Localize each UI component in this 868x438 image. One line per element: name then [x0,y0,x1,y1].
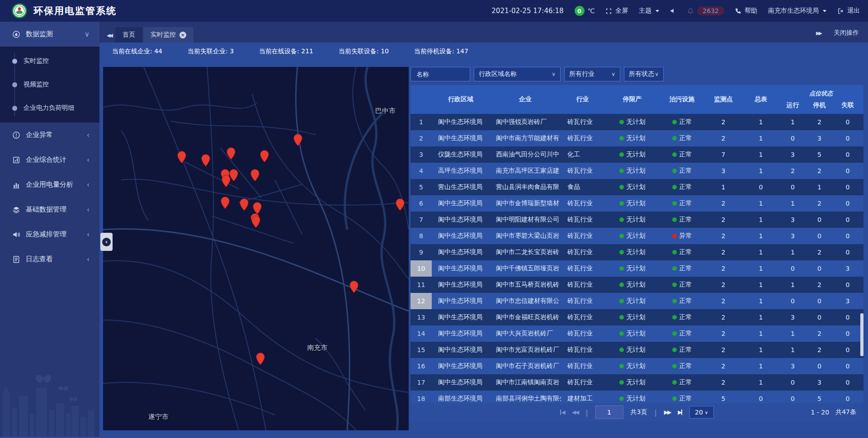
table-row[interactable]: 14 阆中生态环境局 阆中大兴页岩机砖厂 砖瓦行业 无计划 正常 2 1 1 2… [410,325,863,342]
map-pin[interactable] [250,169,260,182]
table-row[interactable]: 3 仪陇生态环境局 西南油气田分公司川中 化工 无计划 正常 7 1 3 5 0 [410,146,863,163]
map-pin[interactable] [252,202,262,214]
map-pin[interactable] [251,216,261,228]
next-page-button[interactable]: ▶▶ [664,409,670,415]
status-filter-select[interactable]: 所有状态 ∨ [624,67,664,81]
status-filter-value: 所有状态 [629,70,654,78]
map-collapse-button[interactable]: ‹ [100,233,113,251]
table-row[interactable]: 9 阆中生态环境局 阆中市二龙长宝页岩砖 砖瓦行业 无计划 正常 2 1 1 2… [410,244,863,260]
sidebar-item[interactable]: 企业用电量分析 ‹ [0,172,99,197]
logout-button[interactable]: 退出 [837,7,860,15]
close-operations-button[interactable]: 关闭操作 [834,29,859,37]
cell-facility: 正常 [660,277,703,293]
table-row[interactable]: 4 高坪生态环境局 南充市高坪区王家店建 砖瓦行业 无计划 正常 3 1 2 2… [410,163,863,179]
table-row[interactable]: 13 阆中生态环境局 阆中市金福旺页岩机砖 砖瓦行业 无计划 正常 2 1 3 … [410,309,863,325]
table-row[interactable]: 7 阆中生态环境局 阆中明阳建材有限公司 砖瓦行业 无计划 正常 2 1 3 0… [410,212,863,228]
table-row[interactable]: 5 营山生态环境局 营山县润丰肉食品有限 食品 无计划 正常 1 0 0 1 0 [410,179,863,195]
bullet-icon [12,106,17,111]
table-row[interactable]: 15 阆中生态环境局 阆中市光富页岩机砖厂 砖瓦行业 无计划 正常 2 1 1 … [410,342,863,358]
table-scrollbar-thumb[interactable] [860,313,863,356]
table-row[interactable]: 1 阆中生态环境局 阆中强锐页岩砖厂 砖瓦行业 无计划 正常 2 1 1 2 0 [410,114,863,130]
tabs-scroll-left-button[interactable]: ◀◀ [107,33,112,38]
org-dropdown[interactable]: 南充市生态环境局 [768,7,826,15]
status-dot [672,380,677,385]
map-pin[interactable] [259,150,269,163]
sidebar-item-label: 数据监测 [26,30,53,38]
sidebar-subitem[interactable]: 企业电力负荷明细 [0,96,99,120]
cell-lost: 0 [832,374,863,391]
sidebar-item[interactable]: 日志查看 ‹ [0,247,99,272]
map-pin[interactable] [177,151,187,164]
notification-button[interactable]: 2632 [687,6,724,15]
sidebar-subitem[interactable]: 实时监控 [0,49,99,73]
name-filter-field[interactable] [410,67,470,81]
help-button[interactable]: 帮助 [735,7,757,15]
cell-points: 2 [703,277,743,293]
map-panel[interactable]: 巴中市南充市遂宁市 [103,67,409,430]
page-size-select[interactable]: 20 ∨ [689,406,714,419]
map-pin[interactable] [220,196,230,209]
table-row[interactable]: 18 南部生态环境局 南部县珂俐华土陶有限公 建材加工 无计划 正常 5 0 0… [410,391,863,403]
status-dot [672,348,677,352]
sidebar-item[interactable]: 企业综合统计 ‹ [0,147,99,172]
theme-button[interactable]: 主题 [639,7,659,15]
prev-page-button[interactable]: ◀◀ [572,409,578,415]
tab-close-icon[interactable]: × [179,32,186,38]
app-title: 环保用电监管系统 [33,5,117,17]
fullscreen-button[interactable]: 全屏 [605,7,628,15]
sidebar-item[interactable]: 数据监测 ∨ [0,22,99,47]
region-filter-select[interactable]: 行政区域名称 ∨ [474,67,561,81]
sidebar-item[interactable]: 企业异常 ‹ [0,122,99,147]
page-number-input[interactable] [595,405,623,419]
industry-filter-value: 所有行业 [569,70,594,78]
map-pin[interactable] [395,198,405,211]
status-dot [672,152,677,157]
tabs-scroll-right-button[interactable]: ▶▶ [816,30,821,36]
cell-facility: 正常 [660,342,703,358]
map-pin[interactable] [226,147,236,160]
chevron-down-icon: ∨ [85,30,90,38]
cell-meters: 0 [743,179,778,195]
cell-facility: 异常 [660,228,703,244]
map-pin[interactable] [293,133,303,146]
notification-count-badge: 2632 [697,6,724,15]
row-index: 5 [410,179,432,195]
table-row[interactable]: 6 阆中生态环境局 阆中市金博瑞新型墙材 砖瓦行业 无计划 正常 2 1 1 2… [410,195,863,212]
table-row[interactable]: 11 阆中生态环境局 阆中市五马桥页岩机砖 砖瓦行业 无计划 正常 2 1 1 … [410,277,863,293]
table-row[interactable]: 8 阆中生态环境局 阆中市枣碧大梁山页岩 砖瓦行业 无计划 异常 2 1 3 0… [410,228,863,244]
map-pin[interactable] [255,353,265,365]
table-row[interactable]: 10 阆中生态环境局 阆中千佛镇五郎垭页岩 砖瓦行业 无计划 正常 2 1 0 … [410,260,863,277]
map-pin[interactable] [239,198,249,211]
sidebar-subitem-label: 视频监控 [24,80,49,89]
tab-item[interactable]: 首页 [115,27,142,42]
chevron-left-icon: ‹ [87,206,90,214]
sidebar-item-label: 企业异常 [26,131,53,139]
tab-active[interactable]: 实时监控 × [143,27,193,42]
map-pin[interactable] [349,281,359,293]
stat-label: 当前在线企业 [112,47,150,55]
cell-industry: 砖瓦行业 [561,325,604,342]
table-row[interactable]: 17 阆中生态环境局 阆中市江南镇阆南页岩 砖瓦行业 无计划 正常 2 1 0 … [410,374,863,391]
last-page-button[interactable]: ▶ [678,409,682,415]
map-pin[interactable] [221,174,231,187]
cell-industry: 食品 [561,179,604,195]
status-dot [619,396,624,401]
region-filter-value: 行政区域名称 [479,70,517,78]
table-row[interactable]: 16 阆中生态环境局 阆中市石子页岩机砖厂 砖瓦行业 无计划 正常 2 1 3 … [410,358,863,374]
industry-filter-select[interactable]: 所有行业 ∨ [564,67,620,81]
sidebar-subitem[interactable]: 视频监控 [0,73,99,96]
name-filter-input[interactable] [415,70,465,78]
stat-item: 当前失联企业: 3 [188,47,234,56]
cell-limit: 无计划 [604,212,660,228]
table-row[interactable]: 12 阆中生态环境局 阆中市忠信建材有限公 砖瓦行业 无计划 正常 2 1 0 … [410,293,863,309]
sidebar-item[interactable]: 应急减排管理 ‹ [0,222,99,247]
status-dot [619,315,624,320]
status-dot [619,299,624,303]
cell-limit: 无计划 [604,293,660,309]
map-pin[interactable] [201,154,211,167]
sidebar-item[interactable]: 基础数据管理 ‹ [0,197,99,222]
table-row[interactable]: 2 阆中生态环境局 阆中市南方节能建材有 砖瓦行业 无计划 正常 2 1 0 3… [410,130,863,146]
mute-button[interactable] [670,8,676,14]
first-page-button[interactable]: ◀ [560,409,564,415]
cell-industry: 砖瓦行业 [561,374,604,391]
